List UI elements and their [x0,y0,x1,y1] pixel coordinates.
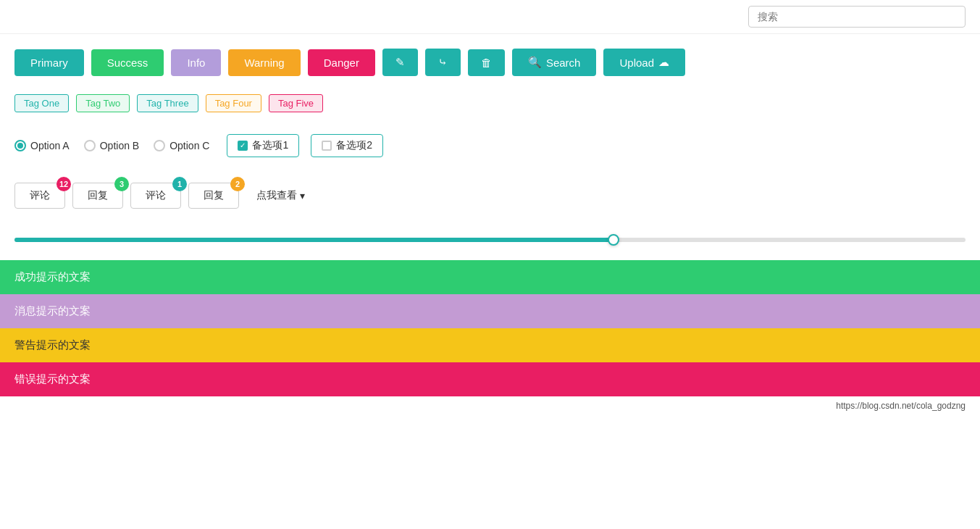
alert-warning: 警告提示的文案 [0,328,980,362]
radio-circle-b [84,140,96,151]
badge-wrap-2: 回复 3 [72,183,123,209]
alerts-section: 成功提示的文案 消息提示的文案 警告提示的文案 错误提示的文案 [0,260,980,396]
radio-option-b[interactable]: Option B [84,140,139,151]
radio-label-c: Option C [169,140,209,151]
edit-icon-button[interactable] [382,49,418,76]
delete-icon-button[interactable]: 🗑 [468,49,505,76]
checkbox-label-2: 备选项2 [336,139,372,152]
tag-two: Tag Two [76,94,130,112]
radio-circle-c [154,140,165,151]
buttons-row: Primary Success Info Warning Danger ⤷ 🗑 … [0,34,980,87]
search-button[interactable]: 🔍 Search [512,49,597,76]
warning-button[interactable]: Warning [228,49,300,76]
badge-count-2: 3 [114,177,129,191]
checkbox-box-1 [238,141,248,151]
badge-wrap-3: 评论 1 [130,183,181,209]
badge-wrap-1: 评论 12 [14,183,65,209]
tag-five: Tag Five [269,94,323,112]
options-row: Option A Option B Option C 备选项1 备选项2 [0,127,980,172]
search-icon: 🔍 [528,56,542,69]
radio-label-b: Option B [100,140,139,151]
share-icon-button[interactable]: ⤷ [425,49,461,76]
dropdown-label: 点我查看 [256,189,297,202]
delete-icon: 🗑 [481,57,492,69]
tags-row: Tag One Tag Two Tag Three Tag Four Tag F… [0,87,980,127]
chevron-down-icon [300,190,305,201]
badge-wrap-4: 回复 2 [188,183,239,209]
slider-fill [14,238,613,242]
badge-count-1: 12 [56,177,71,191]
badge-count-3: 1 [172,177,187,191]
radio-circle-a [14,140,26,151]
tag-one: Tag One [14,94,69,112]
radio-label-a: Option A [30,140,70,151]
radio-option-c[interactable]: Option C [154,140,209,151]
slider-track[interactable] [14,238,966,242]
slider-thumb[interactable] [608,234,619,246]
badge-row: 评论 12 回复 3 评论 1 回复 2 点我查看 [0,172,980,223]
top-search-input[interactable] [748,6,966,28]
success-button[interactable]: Success [91,49,164,76]
info-button[interactable]: Info [171,49,221,76]
radio-option-a[interactable]: Option A [14,140,70,151]
footer-link-text: https://blog.csdn.net/cola_godzng [836,401,966,411]
checkbox-group: 备选项1 备选项2 [227,134,383,157]
share-icon: ⤷ [438,56,448,69]
radio-group: Option A Option B Option C [14,140,209,151]
footer: https://blog.csdn.net/cola_godzng [0,396,980,415]
alert-success: 成功提示的文案 [0,260,980,294]
primary-button[interactable]: Primary [14,49,84,76]
upload-icon: ☁ [658,56,669,69]
badge-count-4: 2 [230,177,245,191]
checkbox-2[interactable]: 备选项2 [311,134,383,157]
top-bar [0,0,980,34]
checkbox-1[interactable]: 备选项1 [227,134,299,157]
upload-button[interactable]: Upload ☁ [603,49,685,76]
danger-button[interactable]: Danger [308,49,375,76]
edit-icon [395,56,405,69]
tag-three: Tag Three [137,94,198,112]
tag-four: Tag Four [206,94,261,112]
dropdown-button[interactable]: 点我查看 [246,183,315,208]
slider-row [0,223,980,260]
alert-danger: 错误提示的文案 [0,362,980,396]
checkbox-box-2 [322,141,332,151]
checkbox-label-1: 备选项1 [252,139,288,152]
alert-info: 消息提示的文案 [0,294,980,328]
